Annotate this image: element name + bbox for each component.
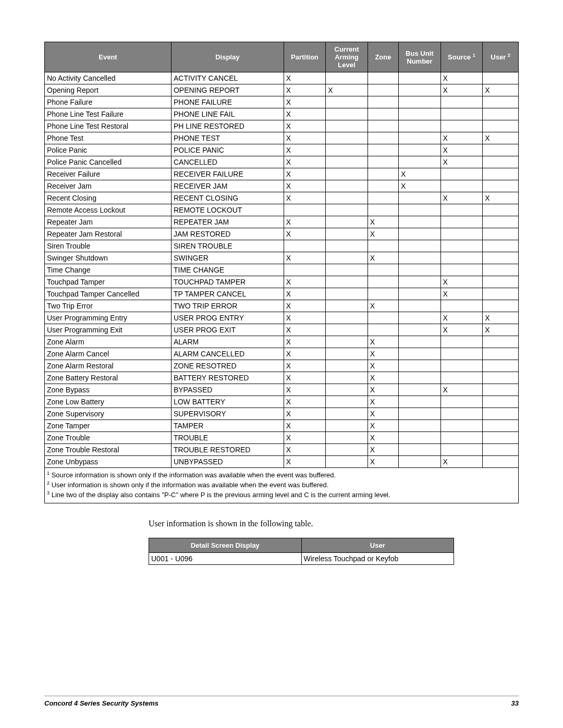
cell: Two Trip Error <box>45 300 172 312</box>
cell: SIREN TROUBLE <box>171 240 284 252</box>
cell: X <box>284 420 326 432</box>
cell <box>483 204 519 216</box>
cell: X <box>284 360 326 372</box>
cell: X <box>368 336 398 348</box>
cell <box>483 180 519 192</box>
cell <box>326 432 368 444</box>
cell <box>440 372 483 384</box>
cell <box>399 120 441 132</box>
cell: Police Panic <box>45 144 172 156</box>
cell <box>284 204 326 216</box>
cell <box>483 288 519 300</box>
cell <box>326 108 368 120</box>
cell <box>399 456 441 468</box>
cell: X <box>440 192 483 204</box>
col-user: User <box>301 538 454 552</box>
cell: USER PROG EXIT <box>171 324 284 336</box>
cell: X <box>284 336 326 348</box>
cell <box>326 240 368 252</box>
user-table-caption: User information is shown in the followi… <box>149 519 519 528</box>
cell: U001 - U096 <box>149 552 302 564</box>
cell <box>326 420 368 432</box>
cell <box>440 396 483 408</box>
cell: Zone Alarm Cancel <box>45 348 172 360</box>
table-row: Zone UnbypassUNBYPASSEDXXX <box>45 456 519 468</box>
events-table-head: Event Display Partition Current Arming L… <box>45 42 519 72</box>
col-zone: Zone <box>368 42 398 72</box>
cell <box>399 240 441 252</box>
cell: User Programming Exit <box>45 324 172 336</box>
cell: User Programming Entry <box>45 312 172 324</box>
cell <box>399 360 441 372</box>
cell <box>483 240 519 252</box>
cell: BATTERY RESTORED <box>171 372 284 384</box>
cell <box>440 348 483 360</box>
cell: X <box>284 396 326 408</box>
cell <box>440 408 483 420</box>
cell: X <box>284 288 326 300</box>
cell <box>399 384 441 396</box>
cell: X <box>284 276 326 288</box>
cell: X <box>284 216 326 228</box>
cell <box>326 156 368 168</box>
cell: X <box>368 372 398 384</box>
cell <box>399 396 441 408</box>
cell <box>368 264 398 276</box>
cell: X <box>368 348 398 360</box>
cell <box>326 348 368 360</box>
cell <box>440 96 483 108</box>
cell <box>483 348 519 360</box>
cell: X <box>440 72 483 84</box>
cell: X <box>284 384 326 396</box>
table-row: Zone SupervisorySUPERVISORYXX <box>45 408 519 420</box>
cell <box>368 276 398 288</box>
cell: Zone Bypass <box>45 384 172 396</box>
cell: X <box>284 108 326 120</box>
cell <box>440 420 483 432</box>
cell <box>326 396 368 408</box>
cell <box>326 192 368 204</box>
cell: X <box>440 132 483 144</box>
cell: USER PROG ENTRY <box>171 312 284 324</box>
cell <box>326 300 368 312</box>
cell <box>368 204 398 216</box>
table-row: Zone TamperTAMPERXX <box>45 420 519 432</box>
cell: Touchpad Tamper Cancelled <box>45 288 172 300</box>
cell <box>440 180 483 192</box>
cell: X <box>368 432 398 444</box>
cell: Zone Low Battery <box>45 396 172 408</box>
cell: Police Panic Cancelled <box>45 156 172 168</box>
footnote-1: 1 Source information is shown only if th… <box>47 470 516 480</box>
cell: X <box>284 252 326 264</box>
cell <box>483 144 519 156</box>
cell: TOUCHPAD TAMPER <box>171 276 284 288</box>
cell <box>399 420 441 432</box>
cell: X <box>284 72 326 84</box>
table-row: Phone TestPHONE TESTXXX <box>45 132 519 144</box>
cell: Phone Failure <box>45 96 172 108</box>
cell: POLICE PANIC <box>171 144 284 156</box>
cell: No Activity Cancelled <box>45 72 172 84</box>
cell: Siren Trouble <box>45 240 172 252</box>
cell <box>440 264 483 276</box>
cell: RECEIVER FAILURE <box>171 168 284 180</box>
cell <box>326 180 368 192</box>
cell: Zone Trouble Restoral <box>45 444 172 456</box>
cell: TROUBLE RESTORED <box>171 444 284 456</box>
cell <box>440 336 483 348</box>
cell: Touchpad Tamper <box>45 276 172 288</box>
cell <box>399 408 441 420</box>
cell: RECENT CLOSING <box>171 192 284 204</box>
cell: X <box>284 132 326 144</box>
cell <box>440 168 483 180</box>
cell: JAM RESTORED <box>171 228 284 240</box>
cell: X <box>440 144 483 156</box>
cell: X <box>440 384 483 396</box>
cell <box>326 324 368 336</box>
cell <box>399 372 441 384</box>
cell <box>399 336 441 348</box>
cell <box>483 444 519 456</box>
table-row: Zone Low BatteryLOW BATTERYXX <box>45 396 519 408</box>
cell: TAMPER <box>171 420 284 432</box>
cell: X <box>284 192 326 204</box>
